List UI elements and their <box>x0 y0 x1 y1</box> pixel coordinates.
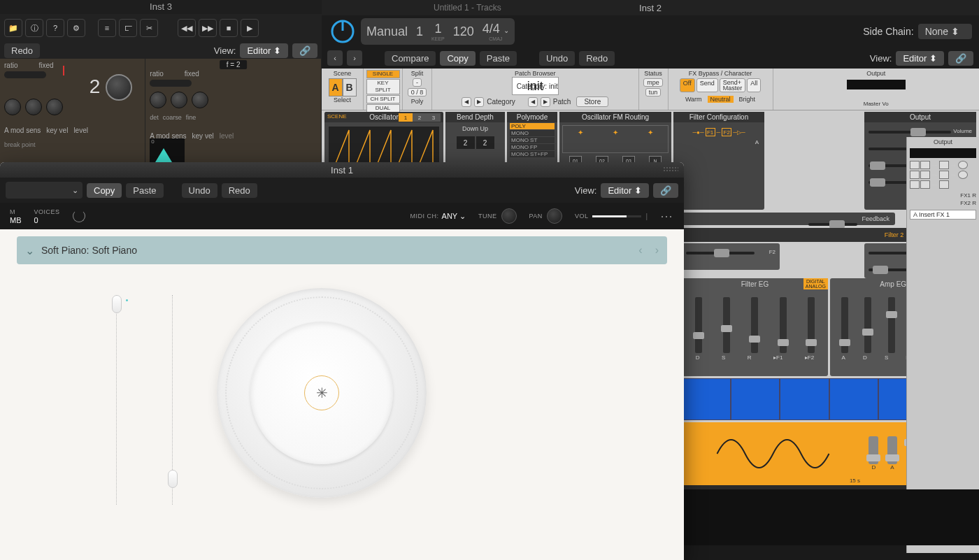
paste-button[interactable]: Paste <box>480 51 517 66</box>
view-select[interactable]: Editor ⬍ <box>601 183 649 198</box>
scene-b-button[interactable]: B <box>343 78 357 96</box>
char-bright[interactable]: Bright <box>739 96 756 103</box>
rewind-icon[interactable]: ◀◀ <box>178 19 196 37</box>
compare-button[interactable]: Compare <box>385 51 436 66</box>
tool-sliders-icon[interactable]: ⫍ <box>119 19 137 37</box>
window-grip-icon[interactable] <box>663 166 678 172</box>
tool-list-icon[interactable]: ≡ <box>98 19 116 37</box>
patch-prev-icon[interactable]: ◀ <box>528 97 538 107</box>
fx-routing-grid[interactable]: →→ →→ → <box>910 161 976 189</box>
a-mod-knob[interactable] <box>4 99 21 115</box>
more-menu-icon[interactable]: ⋯ <box>660 208 674 224</box>
next-preset-icon[interactable]: › <box>347 50 362 66</box>
inst3-redo-button[interactable]: Redo <box>4 43 40 58</box>
volume-slider[interactable] <box>592 215 641 217</box>
det-knob[interactable] <box>150 92 166 108</box>
dynamics-slider[interactable] <box>168 295 178 505</box>
inst1-titlebar[interactable]: Inst 1 <box>0 162 684 178</box>
formula-label: f = 2 <box>220 60 248 69</box>
paste-button[interactable]: Paste <box>126 183 163 198</box>
eg-graph[interactable]: 0 <box>150 138 185 164</box>
filter-config-panel[interactable]: Filter Configuration ─●─ F1 ─ F2 ─▷─ A <box>673 112 764 210</box>
inst3-view-label: View: <box>214 45 236 56</box>
sidechain-select[interactable]: None ⬍ <box>918 24 972 39</box>
preset-prev-icon[interactable]: ‹ <box>638 244 642 257</box>
poly-value[interactable]: 0 / 8 <box>408 88 427 96</box>
patch-display[interactable]: Category: init init <box>512 77 559 95</box>
fixed-label: fixed <box>38 62 53 69</box>
prev-preset-icon[interactable]: ‹ <box>327 50 343 66</box>
inst3-view-select[interactable]: Editor ⬍ <box>240 43 288 58</box>
fm-operator-2[interactable]: f = 2 ratio fixed det coarse fine A mod … <box>145 59 322 164</box>
view-label: View: <box>575 185 597 196</box>
ratio-knob[interactable] <box>106 74 132 101</box>
mode-keysplit[interactable]: KEY SPLIT <box>366 79 400 94</box>
inst2-titlebar[interactable]: Untitled 1 - Tracks Inst 2 <box>322 0 979 15</box>
store-button[interactable]: Store <box>576 96 608 107</box>
tool-cut-icon[interactable]: ✂ <box>140 19 158 37</box>
tool-folder-icon[interactable]: 📁 <box>4 19 22 37</box>
stop-icon[interactable]: ■ <box>220 19 238 37</box>
split-value[interactable]: - <box>413 78 422 87</box>
fx-send-button[interactable]: Send <box>696 78 718 92</box>
insert-fx-slot[interactable]: A Insert FX 1 <box>910 210 976 220</box>
fx-all-button[interactable]: All <box>747 78 761 92</box>
reload-icon[interactable] <box>73 210 85 222</box>
pan-knob[interactable] <box>547 208 562 224</box>
tun-toggle[interactable]: tun <box>645 88 662 96</box>
coarse-knob[interactable] <box>171 92 187 108</box>
tool-gear-icon[interactable]: ⚙ <box>67 19 85 37</box>
mpe-toggle[interactable]: mpe <box>643 78 663 87</box>
redo-button[interactable]: Redo <box>579 51 615 66</box>
mode-chsplit[interactable]: CH SPLIT <box>366 95 400 103</box>
sidechain-label: Side Chain: <box>863 26 913 37</box>
bottom-dark-strip <box>684 489 979 545</box>
char-neutral[interactable]: Neutral <box>708 96 734 103</box>
level-knob[interactable] <box>46 99 63 115</box>
redo-button[interactable]: Redo <box>222 183 257 198</box>
midi-channel-select[interactable]: ANY ⌄ <box>442 212 466 221</box>
osc-tab-1[interactable]: 1 <box>399 113 413 122</box>
cat-next-icon[interactable]: ▶ <box>474 97 484 107</box>
macro-knob[interactable]: ✳︎ <box>217 288 427 498</box>
tool-info-icon[interactable]: ⓘ <box>25 19 43 37</box>
forward-icon[interactable]: ▶▶ <box>199 19 217 37</box>
copy-button[interactable]: Copy <box>87 183 122 198</box>
undo-button[interactable]: Undo <box>182 183 217 198</box>
key-vel-knob[interactable] <box>25 99 42 115</box>
preset-select[interactable]: ⌄ <box>6 182 83 199</box>
chevron-down-icon[interactable]: ⌄ <box>25 244 34 257</box>
osc-tab-2[interactable]: 2 <box>413 113 427 122</box>
inst1-edit-row: ⌄ Copy Paste Undo Redo View: Editor ⬍ 🔗 <box>0 178 684 203</box>
link-icon[interactable]: 🔗 <box>292 43 317 58</box>
osc-tab-3[interactable]: 3 <box>427 113 441 122</box>
fx-off-button[interactable]: Off <box>680 78 695 92</box>
mode-single[interactable]: SINGLE <box>366 70 400 78</box>
preset-next-icon[interactable]: › <box>655 244 659 257</box>
sync-mode[interactable]: Manual <box>366 24 408 39</box>
filter2-panel[interactable]: F2 <box>682 243 780 270</box>
lcd-display[interactable]: Manual 1 1KEEP 120 4/4 ⌄Cmaj <box>361 18 515 45</box>
scene-a-button[interactable]: A <box>329 78 343 96</box>
preset-bar[interactable]: ⌄ Soft Piano: Soft Piano ‹ › <box>17 236 667 264</box>
cat-prev-icon[interactable]: ◀ <box>462 97 471 107</box>
undo-button[interactable]: Undo <box>539 51 575 66</box>
copy-button[interactable]: Copy <box>440 51 475 66</box>
power-icon[interactable] <box>327 16 358 47</box>
char-warm[interactable]: Warm <box>685 96 702 103</box>
fine-knob[interactable] <box>192 92 208 108</box>
lfo-waveform[interactable]: 15 s <box>682 422 864 485</box>
tool-help-icon[interactable]: ? <box>46 19 64 37</box>
filter-eg-panel[interactable]: Filter EGDIGITAL ANALOG DSR▸F1▸F2 <box>682 278 828 376</box>
fm-operator-1[interactable]: ratio fixed 2 A mod sens key vel level b… <box>0 59 145 164</box>
expression-slider[interactable] <box>112 295 122 505</box>
bend-up[interactable]: 2 <box>476 136 494 149</box>
fx-sendmaster-button[interactable]: Send+ Master <box>720 78 746 92</box>
link-icon[interactable]: 🔗 <box>653 183 678 198</box>
tune-knob[interactable] <box>501 208 517 224</box>
view-select[interactable]: Editor ⬍ <box>896 51 944 66</box>
patch-next-icon[interactable]: ▶ <box>541 97 550 107</box>
bend-down[interactable]: 2 <box>457 136 475 149</box>
link-icon[interactable]: 🔗 <box>948 51 973 66</box>
play-icon[interactable]: ▶ <box>241 19 259 37</box>
